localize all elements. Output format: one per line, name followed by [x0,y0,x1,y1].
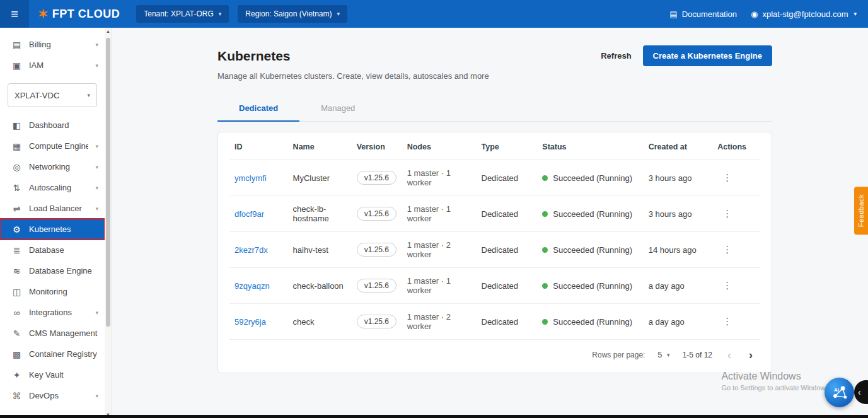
cluster-type: Dedicated [477,304,538,340]
scroll-up-icon[interactable]: ▲ [105,29,112,33]
cluster-nodes: 1 master · 2 worker [402,232,477,268]
chevron-down-icon: ▾ [95,185,98,191]
tenant-label: Tenant: XPLAT-ORG [144,9,214,18]
integrations-icon: ∞ [11,308,22,318]
version-badge: v1.25.6 [357,315,396,328]
account-menu[interactable]: ◉ xplat-stg@fptcloud.com ▾ [751,9,857,19]
sidebar-item-autoscaling[interactable]: ⇅ Autoscaling ▾ [0,177,105,198]
cluster-id-link[interactable]: dfocf9ar [234,209,264,219]
tab-dedicated[interactable]: Dedicated [217,96,299,122]
cluster-id-link[interactable]: 592ry6ja [234,317,266,327]
sidebar-item-billing[interactable]: ▤ Billing ▾ [0,34,105,55]
sidebar-item-label: Billing [29,40,88,49]
sidebar-item-monitoring[interactable]: ◫ Monitoring [0,281,105,302]
iam-icon: ▣ [11,61,22,71]
main-content: Kubernetes Refresh Create a Kubernetes E… [112,28,868,418]
status-dot [542,247,548,253]
watermark-line2: Go to Settings to activate Windows [721,384,829,392]
cluster-name: check-lb-hostname [288,196,352,232]
topbar-right: ▤ Documentation ◉ xplat-stg@fptcloud.com… [669,9,857,19]
vdc-selector[interactable]: XPLAT-VDC ▾ [8,83,97,107]
devops-icon: ⌘ [11,391,22,401]
feedback-tab[interactable]: Feedback [854,187,868,235]
sidebar-item-key-vault[interactable]: ✦ Key Vault [0,364,105,385]
row-actions-button[interactable]: ⋮ [717,279,737,293]
documentation-icon: ▤ [669,9,677,19]
cluster-name: check-balloon [288,268,352,304]
sidebar-item-cms-management[interactable]: ✎ CMS Management [0,323,105,344]
sidebar-item-load-balancer[interactable]: ⇌ Load Balancer ▾ [0,198,105,219]
status-dot [542,319,548,325]
next-page-button[interactable]: › [746,349,755,361]
row-actions-button[interactable]: ⋮ [717,207,737,221]
version-badge: v1.25.6 [357,207,396,221]
refresh-button[interactable]: Refresh [601,51,631,61]
created-at: a day ago [644,268,712,304]
sidebar-item-networking[interactable]: ◎ Networking ▾ [0,156,105,177]
column-header-version: Version [352,132,402,160]
watermark-line1: Activate Windows [721,371,829,382]
ai-widget-collapse-button[interactable]: ‹ [854,380,868,404]
chevron-down-icon: ▾ [95,164,98,170]
sidebar-item-label: Monitoring [29,287,98,296]
sidebar-item-compute-engine[interactable]: ▦ Compute Engine ▾ [0,136,105,156]
sidebar-item-label: Load Balancer [29,204,88,213]
tab-managed[interactable]: Managed [299,96,376,121]
cluster-nodes: 1 master · 1 worker [402,196,477,232]
taskbar-edge [0,415,868,418]
cluster-nodes: 1 master · 1 worker [402,160,477,196]
database-icon: ≣ [11,245,22,255]
sidebar-scrollbar[interactable]: ▲ ▼ [105,28,112,418]
cms-management-icon: ✎ [11,328,22,339]
networking-icon: ◎ [11,162,22,172]
ai-assistant-button[interactable]: AI [825,378,854,407]
sidebar-item-dashboard[interactable]: ◧ Dashboard [0,115,105,136]
status-dot [542,175,548,181]
chevron-down-icon: ▾ [95,310,98,316]
sidebar-item-database-engine[interactable]: ≋ Database Engine [0,260,105,281]
documentation-label: Documentation [682,9,737,19]
previous-page-button[interactable]: ‹ [725,349,734,361]
cluster-id-link[interactable]: 2kezr7dx [234,245,268,255]
documentation-link[interactable]: ▤ Documentation [669,9,737,19]
tenant-selector[interactable]: Tenant: XPLAT-ORG ▾ [136,5,229,23]
sidebar-item-label: Networking [29,162,88,171]
cluster-id-link[interactable]: 9zqyaqzn [234,281,270,291]
sidebar-item-iam[interactable]: ▣ IAM ▾ [0,55,105,76]
tab-bar: Dedicated Managed [217,96,772,122]
sidebar-item-container-registry[interactable]: ▩ Container Registry [0,344,105,364]
fpt-cloud-logo: ✶ FPT CLOUD [38,6,120,21]
rows-per-page-label: Rows per page: [592,351,645,359]
hamburger-menu-icon[interactable]: ≡ [0,0,29,28]
sidebar-item-kubernetes[interactable]: ⚙ Kubernetes [0,219,105,240]
create-kubernetes-engine-button[interactable]: Create a Kubernetes Engine [643,45,772,66]
sidebar-item-database[interactable]: ≣ Database [0,240,105,260]
pagination-range: 1-5 of 12 [683,351,712,359]
chevron-down-icon: ▾ [95,42,98,48]
sidebar-item-label: Database [29,245,98,255]
billing-icon: ▤ [11,40,22,50]
cluster-name: haihv-test [288,232,352,268]
load-balancer-icon: ⇌ [11,204,22,214]
row-actions-button[interactable]: ⋮ [717,243,737,257]
region-label: Region: Saigon (Vietnam) [245,9,332,18]
table-row: 2kezr7dx haihv-test v1.25.6 1 master · 2… [229,232,760,268]
sidebar-item-devops[interactable]: ⌘ DevOps ▾ [0,385,105,406]
cluster-id-link[interactable]: ymclymfi [234,173,267,183]
row-actions-button[interactable]: ⋮ [717,171,737,185]
chevron-down-icon: ▾ [95,143,98,149]
column-header-nodes: Nodes [402,132,477,160]
container-registry-icon: ▩ [11,349,22,359]
row-actions-button[interactable]: ⋮ [717,315,737,328]
rows-per-page-select[interactable]: 5 ▾ [657,351,669,359]
column-header-name: Name [288,132,352,160]
logo-text: FPT CLOUD [52,8,120,21]
scrollbar-thumb[interactable] [106,38,110,327]
version-badge: v1.25.6 [357,171,396,185]
sidebar-item-integrations[interactable]: ∞ Integrations ▾ [0,302,105,323]
chevron-down-icon: ▾ [337,11,340,17]
sidebar-item-label: Autoscaling [29,183,88,192]
created-at: a day ago [644,304,712,340]
region-selector[interactable]: Region: Saigon (Vietnam) ▾ [238,5,347,23]
top-bar: ≡ ✶ FPT CLOUD Tenant: XPLAT-ORG ▾ Region… [0,0,868,28]
